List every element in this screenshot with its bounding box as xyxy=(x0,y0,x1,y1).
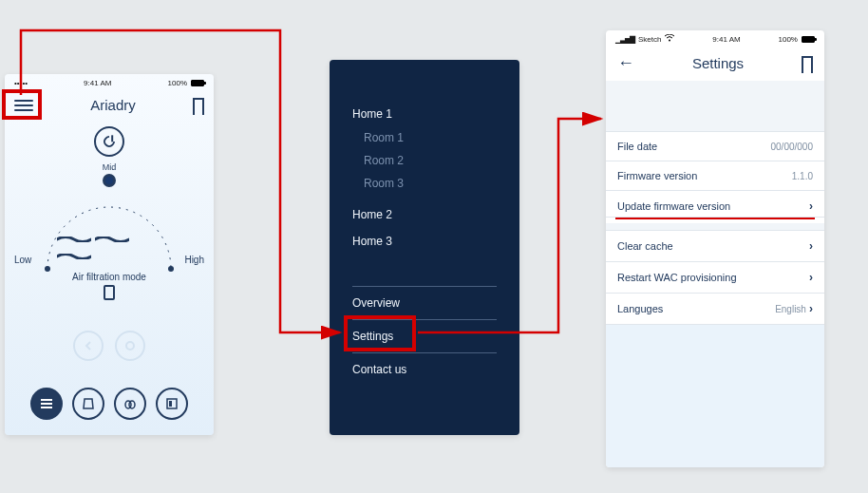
row-languages[interactable]: Languges English › xyxy=(606,294,824,325)
mode-icon[interactable] xyxy=(104,285,115,300)
hamburger-icon[interactable] xyxy=(14,100,33,111)
restart-wac-label: Restart WAC provisioning xyxy=(617,272,737,283)
clear-cache-label: Clear cache xyxy=(617,240,673,252)
wifi-icon xyxy=(665,34,674,44)
status-battery-3: 100% xyxy=(779,35,798,44)
app-title: Ariadry xyxy=(90,97,136,113)
main-control-screen: ••••• 9:41 AM 100% Ariadry Mid Low High xyxy=(5,74,214,435)
sidebar-menu-screen: Home 1 Room 1 Room 2 Room 3 Home 2 Home … xyxy=(330,60,519,435)
status-carrier: Sketch xyxy=(638,35,661,44)
dial-selector[interactable] xyxy=(103,174,116,187)
svg-point-2 xyxy=(126,342,134,350)
bottom-button-1[interactable] xyxy=(30,388,63,420)
row-clear-cache[interactable]: Clear cache › xyxy=(606,231,824,262)
menu-room-1[interactable]: Room 1 xyxy=(364,126,497,149)
menu-contact[interactable]: Contact us xyxy=(352,353,497,386)
back-button[interactable]: ← xyxy=(617,53,634,73)
settings-screen: ▁▃▅▇ Sketch 9:41 AM 100% ← Settings File… xyxy=(606,30,824,467)
ghost-left-button[interactable] xyxy=(73,331,104,361)
settings-title: Settings xyxy=(692,55,744,71)
power-button[interactable] xyxy=(94,126,124,157)
chevron-right-icon: › xyxy=(809,199,813,213)
status-battery: 100% xyxy=(168,79,187,87)
dial-label: Mid xyxy=(103,162,117,172)
status-time-3: 9:41 AM xyxy=(712,35,740,44)
menu-home-2[interactable]: Home 2 xyxy=(352,208,497,221)
file-date-value: 00/00/000 xyxy=(771,142,814,152)
airflow-icon xyxy=(57,229,161,263)
low-label: Low xyxy=(14,255,31,265)
chevron-right-icon: › xyxy=(809,239,813,253)
menu-overview[interactable]: Overview xyxy=(352,287,497,319)
high-label: High xyxy=(184,255,204,265)
update-firmware-label: Update firmware version xyxy=(617,200,730,212)
bottom-button-4[interactable] xyxy=(156,388,188,420)
mode-label: Air filtration mode xyxy=(5,272,214,282)
chevron-right-icon: › xyxy=(809,271,813,284)
menu-home-3[interactable]: Home 3 xyxy=(352,235,497,248)
row-file-date: File date 00/00/000 xyxy=(606,132,824,161)
bookmark-icon[interactable] xyxy=(193,98,204,113)
battery-icon-3 xyxy=(802,36,815,43)
languages-label: Languges xyxy=(617,303,663,314)
chevron-right-icon: › xyxy=(809,302,813,315)
menu-room-2[interactable]: Room 2 xyxy=(364,149,497,172)
highlight-underline xyxy=(615,218,815,219)
bottom-button-2[interactable] xyxy=(72,388,104,420)
menu-room-3[interactable]: Room 3 xyxy=(364,172,497,195)
languages-value: English xyxy=(775,304,806,314)
menu-home-1[interactable]: Home 1 xyxy=(352,107,497,121)
status-bar: ••••• 9:41 AM 100% xyxy=(5,74,214,91)
firmware-value: 1.1.0 xyxy=(792,171,813,181)
row-firmware: Firmware version 1.1.0 xyxy=(606,161,824,191)
status-bar-3: ▁▃▅▇ Sketch 9:41 AM 100% xyxy=(606,30,824,47)
svg-point-10 xyxy=(669,40,670,42)
status-time: 9:41 AM xyxy=(84,79,111,87)
svg-rect-9 xyxy=(169,401,172,407)
svg-point-7 xyxy=(129,401,135,408)
ghost-right-button[interactable] xyxy=(115,331,145,361)
row-restart-wac[interactable]: Restart WAC provisioning › xyxy=(606,262,824,294)
row-update-firmware[interactable]: Update firmware version › xyxy=(606,191,824,218)
bottom-button-3[interactable] xyxy=(114,388,146,420)
bookmark-icon-3[interactable] xyxy=(802,56,813,71)
file-date-label: File date xyxy=(617,141,657,152)
firmware-label: Firmware version xyxy=(617,170,697,181)
menu-settings[interactable]: Settings xyxy=(352,320,497,352)
battery-icon xyxy=(191,80,204,86)
